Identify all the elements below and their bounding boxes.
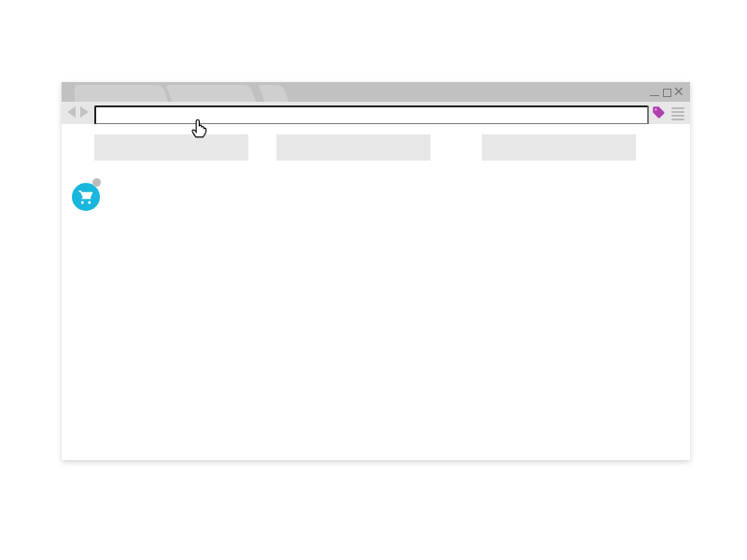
nav-forward-button[interactable]: [80, 106, 89, 118]
hamburger-menu-icon[interactable]: [671, 105, 684, 122]
window-minimize-button[interactable]: [650, 95, 659, 96]
browser-tab[interactable]: [75, 85, 169, 102]
cart-badge-dot: [92, 178, 101, 187]
cart-button[interactable]: [72, 183, 100, 211]
window-controls: ✕: [650, 87, 684, 98]
toolbar: [62, 102, 690, 124]
new-tab-button[interactable]: [259, 85, 289, 102]
nav-back-button[interactable]: [67, 106, 76, 118]
window-maximize-button[interactable]: [663, 89, 671, 97]
window-close-button[interactable]: ✕: [673, 86, 684, 97]
extension-tag-icon[interactable]: [652, 105, 666, 119]
content-block: [94, 134, 248, 161]
content-block: [276, 134, 430, 161]
page-content: [62, 124, 690, 460]
tab-strip: ✕: [62, 82, 690, 102]
content-block: [482, 134, 636, 161]
browser-tab[interactable]: [166, 85, 257, 102]
browser-window: ✕: [62, 82, 690, 460]
cart-icon: [78, 189, 94, 205]
address-bar[interactable]: [94, 105, 649, 125]
